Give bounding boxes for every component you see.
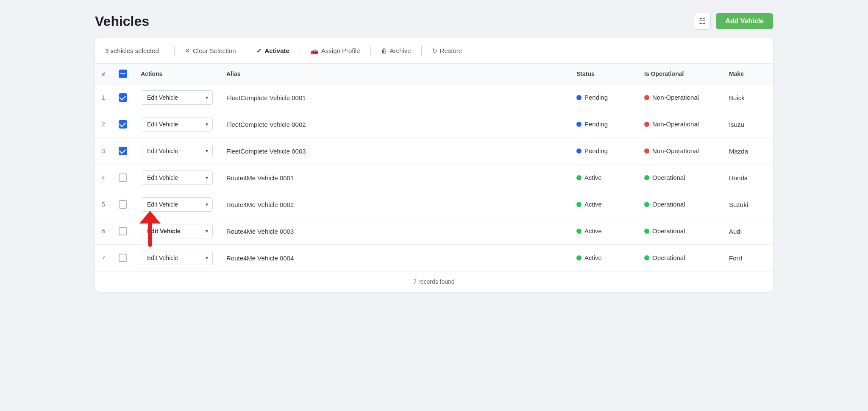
toolbar-divider-5 — [421, 46, 422, 56]
status-dot-icon — [576, 148, 581, 154]
assign-profile-icon: 🚗 — [310, 47, 319, 55]
edit-vehicle-dropdown[interactable]: ▾ — [201, 117, 212, 131]
row-checkbox[interactable] — [119, 120, 127, 129]
archive-button[interactable]: 🗑 Archive — [378, 45, 415, 56]
row-alias: Route4Me Vehicle 0003 — [220, 218, 570, 245]
page-header: Vehicles ☷ Add Vehicle — [95, 13, 773, 30]
edit-vehicle-button-group: Edit Vehicle▾ — [141, 224, 213, 238]
edit-vehicle-button-group: Edit Vehicle▾ — [141, 197, 213, 212]
clear-selection-label: Clear Selection — [193, 47, 236, 54]
table-body: 1Edit Vehicle▾FleetComplete Vehicle 0001… — [95, 84, 773, 271]
vehicles-table: # Actions Alias Status Is Operational Ma… — [95, 64, 773, 271]
restore-label: Restore — [440, 47, 462, 54]
row-checkbox[interactable] — [119, 227, 127, 235]
edit-vehicle-dropdown[interactable]: ▾ — [201, 91, 212, 104]
row-checkbox-cell[interactable] — [112, 191, 134, 218]
row-checkbox-cell[interactable] — [112, 165, 134, 191]
operational-dot-icon — [644, 202, 649, 207]
edit-vehicle-dropdown[interactable]: ▾ — [201, 198, 212, 211]
operational-dot-icon — [644, 122, 649, 127]
edit-vehicle-dropdown[interactable]: ▾ — [201, 144, 212, 158]
table-row: 1Edit Vehicle▾FleetComplete Vehicle 0001… — [95, 84, 773, 111]
table-row: 7Edit Vehicle▾Route4Me Vehicle 0004Activ… — [95, 245, 773, 271]
edit-vehicle-button[interactable]: Edit Vehicle — [141, 144, 201, 158]
edit-vehicle-button-group: Edit Vehicle▾ — [141, 90, 213, 105]
row-checkbox[interactable] — [119, 93, 127, 102]
row-number: 7 — [95, 245, 112, 271]
toolbar-divider-3 — [300, 46, 300, 56]
selected-count-label: 3 vehicles selected — [105, 47, 167, 54]
table-row: 5Edit Vehicle▾Route4Me Vehicle 0002Activ… — [95, 191, 773, 218]
row-make: Suzuki — [722, 191, 773, 218]
row-number: 2 — [95, 111, 112, 138]
edit-vehicle-button[interactable]: Edit Vehicle — [141, 117, 201, 131]
table-footer: 7 records found — [95, 271, 773, 292]
col-status-header: Status — [570, 64, 637, 84]
row-action-cell: Edit Vehicle▾ — [134, 218, 220, 245]
archive-label: Archive — [390, 47, 411, 54]
activate-button[interactable]: ✓ Activate — [253, 45, 292, 56]
row-status: Active — [570, 218, 637, 245]
col-operational-header: Is Operational — [637, 64, 722, 84]
row-make: Audi — [722, 218, 773, 245]
row-number: 1 — [95, 84, 112, 111]
status-dot-icon — [576, 229, 581, 234]
col-alias-header: Alias — [220, 64, 570, 84]
row-checkbox[interactable] — [119, 147, 127, 155]
edit-vehicle-dropdown[interactable]: ▾ — [201, 171, 212, 185]
table-header: # Actions Alias Status Is Operational Ma… — [95, 64, 773, 84]
toolbar-divider-1 — [174, 46, 175, 56]
row-number: 4 — [95, 165, 112, 191]
edit-vehicle-button[interactable]: Edit Vehicle — [141, 91, 201, 104]
status-dot-icon — [576, 175, 581, 180]
row-make: Isuzu — [722, 111, 773, 138]
row-alias: Route4Me Vehicle 0002 — [220, 191, 570, 218]
edit-vehicle-button[interactable]: Edit Vehicle — [141, 171, 201, 185]
row-operational: Non-Operational — [637, 84, 722, 111]
row-status: Active — [570, 245, 637, 271]
edit-vehicle-dropdown[interactable]: ▾ — [201, 224, 212, 238]
row-operational: Operational — [637, 165, 722, 191]
row-alias: FleetComplete Vehicle 0002 — [220, 111, 570, 138]
row-operational: Non-Operational — [637, 138, 722, 165]
edit-vehicle-button[interactable]: Edit Vehicle — [141, 198, 201, 211]
row-checkbox[interactable] — [119, 173, 127, 182]
page-title: Vehicles — [95, 14, 149, 29]
row-checkbox-cell[interactable] — [112, 84, 134, 111]
row-alias: FleetComplete Vehicle 0001 — [220, 84, 570, 111]
add-vehicle-button[interactable]: Add Vehicle — [716, 13, 773, 29]
edit-vehicle-button[interactable]: Edit Vehicle — [141, 251, 201, 265]
edit-vehicle-dropdown[interactable]: ▾ — [201, 251, 212, 265]
archive-icon: 🗑 — [381, 47, 387, 54]
assign-profile-button[interactable]: 🚗 Assign Profile — [307, 45, 364, 56]
activate-label: Activate — [264, 47, 289, 54]
row-action-cell: Edit Vehicle▾ — [134, 165, 220, 191]
row-make: Honda — [722, 165, 773, 191]
operational-dot-icon — [644, 229, 649, 234]
row-checkbox-cell[interactable] — [112, 138, 134, 165]
row-checkbox-cell[interactable] — [112, 218, 134, 245]
col-select-all[interactable] — [112, 64, 134, 84]
select-all-checkbox[interactable] — [119, 70, 127, 78]
restore-button[interactable]: ↻ Restore — [428, 45, 466, 56]
edit-vehicle-button[interactable]: Edit Vehicle — [141, 224, 201, 238]
check-icon: ✓ — [256, 47, 262, 55]
header-row: # Actions Alias Status Is Operational Ma… — [95, 64, 773, 84]
row-checkbox-cell[interactable] — [112, 245, 134, 271]
row-checkbox-cell[interactable] — [112, 111, 134, 138]
page-container: Vehicles ☷ Add Vehicle 3 vehicles select… — [95, 13, 773, 292]
status-dot-icon — [576, 255, 581, 260]
table-row: 3Edit Vehicle▾FleetComplete Vehicle 0003… — [95, 138, 773, 165]
table-container: # Actions Alias Status Is Operational Ma… — [95, 64, 773, 271]
row-checkbox[interactable] — [119, 200, 127, 209]
close-icon: ✕ — [185, 47, 190, 55]
row-alias: Route4Me Vehicle 0004 — [220, 245, 570, 271]
map-icon: ☷ — [699, 17, 706, 26]
row-number: 5 — [95, 191, 112, 218]
clear-selection-button[interactable]: ✕ Clear Selection — [181, 45, 239, 56]
map-icon-button[interactable]: ☷ — [694, 13, 711, 30]
row-checkbox[interactable] — [119, 254, 127, 262]
col-make-header: Make — [722, 64, 773, 84]
row-alias: FleetComplete Vehicle 0003 — [220, 138, 570, 165]
row-action-cell: Edit Vehicle▾ — [134, 191, 220, 218]
